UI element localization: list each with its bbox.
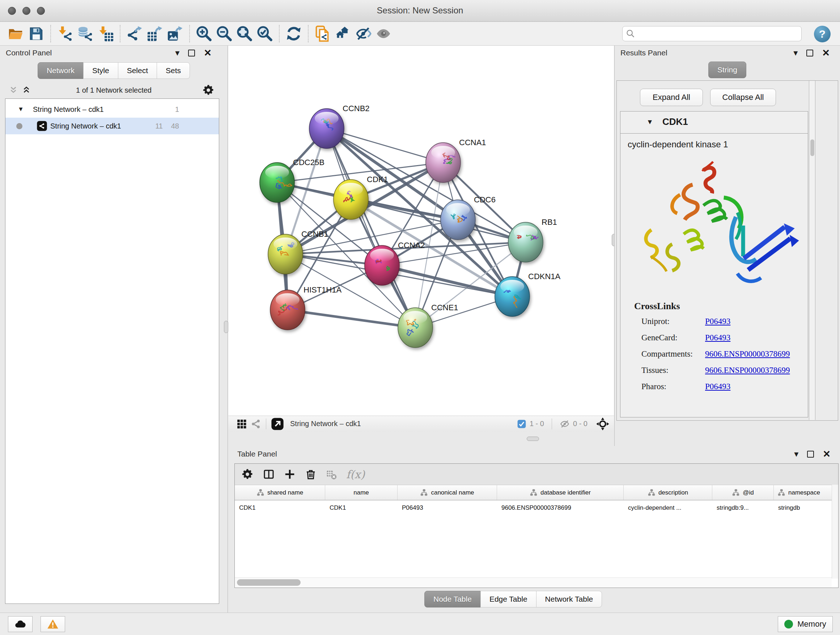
help-button[interactable]: ? <box>814 26 831 42</box>
search-input[interactable] <box>636 29 801 38</box>
tab-node-table[interactable]: Node Table <box>424 591 481 608</box>
cell--id[interactable]: stringdb:9... <box>712 500 774 516</box>
import-network-button[interactable] <box>55 24 75 44</box>
trash-icon[interactable] <box>305 469 317 480</box>
export-table-button[interactable] <box>145 24 165 44</box>
import-database-button[interactable] <box>75 24 95 44</box>
caret-down-icon[interactable]: ▼ <box>646 118 653 126</box>
cell-canonical-name[interactable]: P06493 <box>398 500 497 516</box>
import-table-button[interactable] <box>95 24 116 44</box>
column-header-namespace[interactable]: namespace <box>774 485 838 500</box>
tab-network[interactable]: Network <box>38 62 84 79</box>
crosslink-link[interactable]: 9606.ENSP00000378699 <box>705 349 790 359</box>
tab-edge-table[interactable]: Edge Table <box>480 591 537 608</box>
zoom-out-button[interactable] <box>214 24 234 44</box>
panel-float-icon[interactable]: ▾ <box>175 49 180 57</box>
show-all-button[interactable] <box>373 24 393 44</box>
panel-float-icon[interactable]: ▾ <box>793 49 798 57</box>
cell-namespace[interactable]: stringdb <box>774 500 838 516</box>
cell-database-identifier[interactable]: 9606.ENSP00000378699 <box>497 500 624 516</box>
node-CDC6[interactable] <box>441 200 475 240</box>
duplicate-network-button[interactable] <box>313 24 333 44</box>
cell-name[interactable]: CDK1 <box>325 500 398 516</box>
tab-select[interactable]: Select <box>118 62 157 79</box>
node-CCNE1[interactable] <box>398 308 433 348</box>
panel-close-icon[interactable]: ✕ <box>822 48 830 57</box>
crosslink-link[interactable]: P06493 <box>705 333 730 342</box>
gene-entry-header[interactable]: ▼ CDK1 <box>621 111 808 134</box>
node-CCNB2[interactable] <box>309 109 344 149</box>
node-CCNA1[interactable] <box>426 143 461 182</box>
fx-icon[interactable]: f(x) <box>346 468 365 481</box>
open-external-icon[interactable] <box>271 417 284 431</box>
memory-button[interactable]: Memory <box>778 616 833 632</box>
tab-network-table[interactable]: Network Table <box>536 591 602 608</box>
cell-shared-name[interactable]: CDK1 <box>235 500 325 516</box>
node-CDK1[interactable] <box>333 180 368 219</box>
network-row[interactable]: String Network – cdk1 11 48 <box>5 118 219 134</box>
results-scrollbar-thumb[interactable] <box>810 139 814 156</box>
node-HIST1H1A[interactable] <box>270 290 305 330</box>
crosslink-link[interactable]: P06493 <box>705 382 730 391</box>
node-CDC25B[interactable] <box>260 163 294 203</box>
network-collection-row[interactable]: ▼ String Network – cdk1 1 <box>5 101 219 118</box>
left-splitter-handle[interactable] <box>224 321 228 333</box>
column-header-canonical-name[interactable]: canonical name <box>398 485 497 500</box>
grid-x-icon[interactable] <box>326 469 337 480</box>
zoom-selected-button[interactable] <box>255 24 275 44</box>
crosslink-link[interactable]: P06493 <box>705 317 730 326</box>
node-RB1[interactable] <box>508 222 543 262</box>
network-overview-icon[interactable] <box>251 418 262 429</box>
zoom-in-button[interactable] <box>194 24 214 44</box>
refresh-button[interactable] <box>284 24 304 44</box>
horizontal-splitter-handle[interactable] <box>527 437 539 441</box>
columns-icon[interactable] <box>263 469 275 480</box>
gear-icon[interactable] <box>241 468 254 480</box>
network-canvas[interactable]: CCNB2 CCNA1 CDC25B CDK1 CDC6 RB1 CCNB1 C… <box>228 46 614 416</box>
export-image-button[interactable] <box>165 24 185 44</box>
caret-down-icon[interactable]: ▼ <box>18 106 24 113</box>
grid-view-icon[interactable] <box>236 418 247 429</box>
table-horizontal-scrollbar[interactable] <box>235 578 832 587</box>
selected-checkbox-icon[interactable] <box>517 419 526 429</box>
node-CCNB1[interactable] <box>268 234 303 274</box>
panel-maximize-icon[interactable] <box>807 451 814 458</box>
edge-HIST1H1A-CCNE1[interactable] <box>287 310 415 328</box>
column-header-description[interactable]: description <box>624 485 712 500</box>
save-button[interactable] <box>26 24 46 44</box>
table-vertical-scrollbar[interactable] <box>832 485 838 578</box>
plus-icon[interactable] <box>284 469 295 480</box>
zoom-fit-button[interactable] <box>234 24 255 44</box>
panel-close-icon[interactable]: ✕ <box>204 48 212 57</box>
tab-sets[interactable]: Sets <box>156 62 190 79</box>
cell-description[interactable]: cyclin-dependent ... <box>624 500 712 516</box>
node-CDKN1A[interactable] <box>495 277 530 317</box>
tab-style[interactable]: Style <box>83 62 118 79</box>
column-header--id[interactable]: @id <box>712 485 774 500</box>
fit-selection-icon[interactable] <box>596 417 609 431</box>
search-box[interactable] <box>622 26 802 41</box>
home-button[interactable] <box>333 24 353 44</box>
gear-icon[interactable] <box>202 84 215 96</box>
tab-string[interactable]: String <box>708 62 746 78</box>
node-CCNA2[interactable] <box>365 245 399 285</box>
column-header-shared-name[interactable]: shared name <box>235 485 325 500</box>
hidden-eye-icon[interactable] <box>560 419 570 429</box>
table-scrollbar-thumb[interactable] <box>237 579 301 586</box>
column-header-database-identifier[interactable]: database identifier <box>497 485 624 500</box>
hide-selected-button[interactable] <box>353 24 373 44</box>
crosslink-link[interactable]: 9606.ENSP00000378699 <box>705 366 790 375</box>
warning-button[interactable] <box>41 616 65 632</box>
collapse-all-button[interactable]: Collapse All <box>710 89 776 106</box>
export-network-button[interactable] <box>125 24 145 44</box>
column-header-name[interactable]: name <box>325 485 398 500</box>
cloud-button[interactable] <box>8 616 33 632</box>
panel-maximize-icon[interactable] <box>188 50 195 57</box>
panel-float-icon[interactable]: ▾ <box>794 450 798 458</box>
results-scrollbar[interactable] <box>809 81 815 420</box>
expand-all-button[interactable]: Expand All <box>640 89 703 106</box>
table-row[interactable]: CDK1CDK1P064939606.ENSP00000378699cyclin… <box>235 500 838 516</box>
panel-close-icon[interactable]: ✕ <box>823 449 831 459</box>
panel-maximize-icon[interactable] <box>806 50 813 57</box>
open-button[interactable] <box>6 24 26 44</box>
